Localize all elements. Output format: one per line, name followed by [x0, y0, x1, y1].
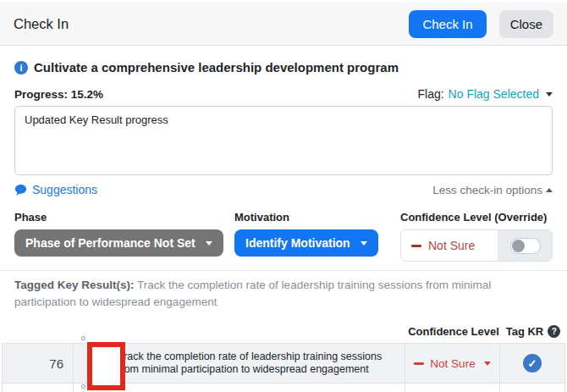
progress-label: Progress: 15.2% [14, 88, 103, 101]
phase-section: Phase Phase of Performance Not Set [14, 211, 234, 262]
caret-down-icon [206, 241, 212, 246]
tagged-key-results-label: Tagged Key Result(s): [14, 279, 135, 291]
chat-bubble-icon [14, 184, 27, 196]
tag-kr-header: Tag KR ? [501, 325, 565, 338]
kr-value: 76 [3, 344, 74, 383]
key-result-table: Confidence Level Tag KR ? 76 x Track the… [2, 325, 565, 392]
decorative-dot [81, 336, 85, 340]
less-check-in-options-link[interactable]: Less check-in options [432, 184, 553, 196]
caret-down-icon [361, 241, 367, 246]
info-icon: i [14, 61, 28, 75]
objective-title: Cultivate a comprehensive leadership dev… [34, 60, 399, 75]
tagged-key-results: Tagged Key Result(s): Track the completi… [0, 277, 554, 311]
confidence-override-label: Confidence Level (Override) [400, 211, 553, 224]
not-sure-dash-icon [414, 362, 424, 365]
confidence-override-section: Confidence Level (Override) Not Sure [400, 211, 553, 262]
header-buttons: Check In Close [409, 10, 553, 38]
modal-header: Check In Check In Close [0, 3, 567, 46]
phase-dropdown[interactable]: Phase of Performance Not Set [14, 229, 223, 257]
key-result-row-next [2, 384, 565, 392]
motivation-selected-value: Identify Motivation [245, 236, 350, 250]
confidence-level-header: Confidence Level [406, 325, 501, 338]
key-result-row: 76 x Track the completion rate of leader… [2, 343, 565, 384]
modal-title: Check In [14, 16, 69, 32]
table-header-row: Confidence Level Tag KR ? [2, 325, 565, 343]
check-in-button[interactable]: Check In [409, 10, 486, 38]
confidence-override-toggle[interactable] [510, 238, 541, 254]
caret-down-icon [546, 92, 553, 97]
kr-confidence-value: Not Sure [430, 357, 475, 370]
flag-selected-value[interactable]: No Flag Selected [449, 87, 539, 101]
kr-description: Track the completion rate of leadership … [118, 351, 396, 376]
tag-kr-header-label: Tag KR [506, 325, 544, 338]
less-options-label: Less check-in options [432, 184, 542, 196]
objective-row: i Cultivate a comprehensive leadership d… [14, 60, 553, 75]
kr-tag-cell: ✓ [500, 344, 564, 383]
confidence-override-box: Not Sure [400, 229, 553, 262]
toggle-knob [512, 240, 525, 252]
motivation-section: Motivation Identify Motivation [234, 211, 400, 262]
section-divider [0, 270, 567, 271]
suggestions-row: Suggestions Less check-in options [14, 183, 553, 196]
check-in-options: Phase Phase of Performance Not Set Motiv… [14, 211, 553, 262]
flag-label: Flag: [417, 87, 443, 101]
toggle-panel [498, 230, 552, 261]
phase-selected-value: Phase of Performance Not Set [25, 236, 195, 250]
modal-body: i Cultivate a comprehensive leadership d… [0, 60, 567, 262]
caret-down-icon [484, 362, 491, 366]
annotation-highlight-box [87, 342, 125, 390]
confidence-override-text: Not Sure [428, 239, 475, 252]
suggestions-label: Suggestions [32, 183, 97, 196]
decorative-dot [81, 384, 85, 389]
progress-row: Progress: 15.2% Flag: No Flag Selected [14, 87, 553, 101]
kr-confidence-dropdown[interactable]: Not Sure [405, 344, 500, 383]
close-button[interactable]: Close [499, 10, 553, 38]
suggestions-link[interactable]: Suggestions [14, 183, 97, 196]
confidence-override-value: Not Sure [401, 230, 498, 261]
flag-dropdown[interactable]: Flag: No Flag Selected [417, 87, 553, 101]
motivation-dropdown[interactable]: Identify Motivation [234, 229, 378, 257]
not-sure-dash-icon [411, 245, 421, 247]
help-icon[interactable]: ? [548, 325, 560, 338]
caret-up-icon [546, 188, 553, 192]
check-in-note-input[interactable]: Updated Key Result progress [14, 106, 553, 175]
tag-kr-check-icon[interactable]: ✓ [523, 354, 542, 373]
motivation-label: Motivation [234, 211, 400, 224]
check-in-modal: Check In Check In Close i Cultivate a co… [0, 0, 567, 392]
phase-label: Phase [14, 211, 234, 224]
